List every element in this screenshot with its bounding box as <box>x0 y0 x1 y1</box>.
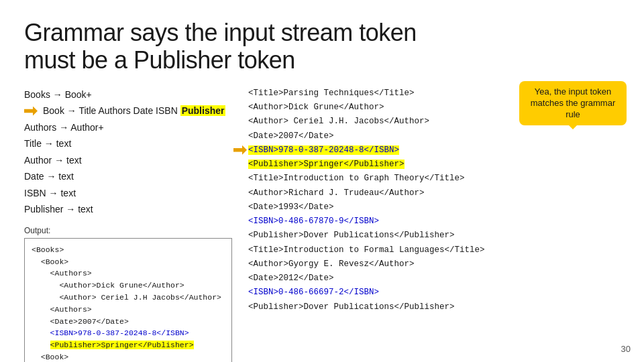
page-number: 30 <box>621 344 631 354</box>
out-line-4: <Author>Dick Grune</Author> <box>32 280 225 292</box>
xml-line-15: <ISBN>0-486-66697-2</ISBN> <box>248 286 620 300</box>
output-box: <Books> <Book> <Authors> <Author>Dick Gr… <box>24 238 232 362</box>
xml-line-11: <Publisher>Dover Publications</Publisher… <box>248 229 620 243</box>
xml-line-12: <Title>Introduction to Formal Languages<… <box>248 243 620 257</box>
rule-title-text: Title → text <box>24 135 71 152</box>
rule-publisher-text: Publisher → text <box>24 201 93 218</box>
out-line-9: <Publisher>Springer</Publisher> <box>32 339 225 351</box>
slide-title: Grammar says the input stream token must… <box>24 19 620 74</box>
out-line-5: <Author> Ceriel J.H Jacobs</Author> <box>32 292 225 304</box>
rule-date: Date → text <box>24 168 232 185</box>
stream-arrow-icon <box>233 145 247 155</box>
rule-isbn: ISBN → text <box>24 185 232 202</box>
xml-line-4: <Date>2007</Date> <box>248 129 620 143</box>
rule-title: Title → text <box>24 135 232 152</box>
xml-line-5: <ISBN>978-0-387-20248-8</ISBN> <box>248 143 620 158</box>
xml-line-6: <Publisher>Springer</Publisher> <box>248 158 620 172</box>
right-panel: Yea, the input token matches the grammar… <box>248 86 620 314</box>
publisher-highlight: Publisher <box>180 105 226 116</box>
out-line-3: <Authors> <box>32 267 225 280</box>
rule-author: Author → text <box>24 152 232 169</box>
out-line-1: <Books> <box>32 244 225 256</box>
book-rule-arrow-icon <box>24 107 38 116</box>
xml-line-14: <Date>2012</Date> <box>248 272 620 286</box>
xml-line-10: <ISBN>0-486-67870-9</ISBN> <box>248 215 620 229</box>
out-line-10: <Book> <box>32 351 225 362</box>
rule-authors: Authors → Author+ <box>24 119 232 136</box>
out-line-7: <Date>2007</Date> <box>32 316 225 328</box>
content-area: Books → Book+ Book → Title Authors Date … <box>24 86 620 362</box>
rule-book: Book → Title Authors Date ISBN Publisher <box>24 103 232 119</box>
rule-date-text: Date → text <box>24 168 74 185</box>
callout-bubble: Yea, the input token matches the grammar… <box>519 81 627 126</box>
rule-authors-text: Authors → Author+ <box>24 119 104 136</box>
out-line-8: <ISBN>978-0-387-20248-8</ISBN> <box>32 327 225 339</box>
output-label: Output: <box>24 226 232 235</box>
rule-books: Books → Book+ <box>24 86 232 103</box>
xml-line-16: <Publisher>Dover Publications</Publisher… <box>248 300 620 314</box>
grammar-rules: Books → Book+ Book → Title Authors Date … <box>24 86 232 218</box>
rule-author-text: Author → text <box>24 152 82 169</box>
slide: Grammar says the input stream token must… <box>0 0 644 362</box>
xml-line-13: <Author>Gyorgy E. Revesz</Author> <box>248 257 620 272</box>
rule-isbn-text: ISBN → text <box>24 185 76 202</box>
left-panel: Books → Book+ Book → Title Authors Date … <box>24 86 232 362</box>
rule-publisher: Publisher → text <box>24 201 232 218</box>
out-line-6: <Authors> <box>32 304 225 316</box>
out-line-2: <Book> <box>32 256 225 268</box>
xml-line-7: <Title>Introduction to Graph Theory</Tit… <box>248 172 620 186</box>
rule-books-text: Books → Book+ <box>24 86 92 103</box>
xml-line-9: <Date>1993</Date> <box>248 200 620 215</box>
xml-line-8: <Author>Richard J. Trudeau</Author> <box>248 186 620 200</box>
rule-book-text: Book → Title Authors Date ISBN Publisher <box>43 103 225 119</box>
output-area: Output: <Books> <Book> <Authors> <Author… <box>24 226 232 362</box>
